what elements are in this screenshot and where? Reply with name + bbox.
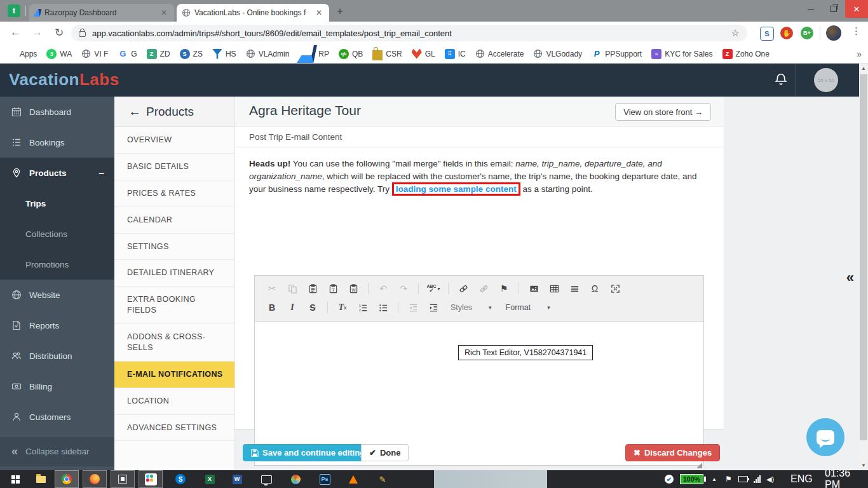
bookmark-vlgodady[interactable]: VLGodady xyxy=(533,49,582,58)
load-sample-content-link[interactable]: loading some sample content xyxy=(392,182,520,196)
done-button[interactable]: ✔Done xyxy=(361,444,409,461)
bookmark-vif[interactable]: VI F xyxy=(81,49,108,58)
file-explorer-button[interactable] xyxy=(31,470,51,488)
insert-image-icon[interactable] xyxy=(526,281,542,296)
taskbar-firefox-button[interactable] xyxy=(83,470,107,488)
bookmark-wa[interactable]: 3WA xyxy=(46,49,72,59)
tab-close-icon[interactable]: ✕ xyxy=(314,8,324,17)
bookmark-csr[interactable]: CSR xyxy=(372,48,402,60)
vacationlabs-logo[interactable]: VacationLabs xyxy=(9,70,119,90)
taskbar-chrome-button[interactable] xyxy=(55,470,79,488)
maximize-icon[interactable] xyxy=(607,281,623,296)
paste-icon[interactable] xyxy=(304,281,321,296)
bullet-list-icon[interactable] xyxy=(375,300,391,315)
view-on-storefront-button[interactable]: View on store front → xyxy=(615,103,711,121)
clock[interactable]: 01:36 PM xyxy=(825,470,868,488)
battery-percent-badge[interactable]: 100% xyxy=(680,470,706,488)
page-scrollbar[interactable]: ▲ ▼ xyxy=(859,64,868,470)
menu-item-location[interactable]: LOCATION xyxy=(114,388,234,415)
editor-resize-handle[interactable] xyxy=(696,463,702,468)
menu-item-settings[interactable]: SETTINGS xyxy=(114,234,234,261)
taskbar-excel-button[interactable]: X xyxy=(200,470,220,488)
horizontal-rule-icon[interactable] xyxy=(566,281,583,296)
bookmark-gl[interactable]: GL xyxy=(412,49,435,59)
taskbar-slack-button[interactable] xyxy=(139,470,163,488)
menu-item-basic-details[interactable]: BASIC DETAILS xyxy=(114,154,234,180)
bookmark-kyc[interactable]: ≡KYC for Sales xyxy=(651,49,712,59)
collapse-sidebar-button[interactable]: « Collapse sidebar xyxy=(0,436,114,466)
rich-text-editor[interactable]: ✂ T W ↶ ↷ ABC✓▾ ⚑ xyxy=(254,275,704,466)
sidebar-item-bookings[interactable]: Bookings xyxy=(0,127,114,158)
scrollbar-thumb[interactable] xyxy=(860,74,867,440)
insert-table-icon[interactable] xyxy=(546,281,562,296)
taskbar-skype-button[interactable]: S xyxy=(170,470,191,488)
copy-icon[interactable] xyxy=(284,281,301,296)
taskbar-paint-button[interactable] xyxy=(285,470,306,488)
sidebar-item-promotions[interactable]: Promotions xyxy=(0,249,114,280)
sidebar-item-collections[interactable]: Collections xyxy=(0,219,114,249)
bookmark-vladmin[interactable]: VLAdmin xyxy=(246,49,290,58)
chat-launcher-button[interactable] xyxy=(806,418,844,456)
sidebar-item-customers[interactable]: Customers xyxy=(0,402,114,432)
products-menu-header[interactable]: ← Products xyxy=(114,97,234,127)
extension-adblock-icon[interactable]: ✋ xyxy=(780,27,793,39)
spellcheck-icon[interactable]: ABC✓▾ xyxy=(425,281,442,296)
collapse-panel-chevrons-icon[interactable]: « xyxy=(846,269,854,286)
italic-icon[interactable]: I xyxy=(284,300,301,315)
bookmark-zs[interactable]: SZS xyxy=(180,49,203,59)
tray-expand-icon[interactable]: ▲ xyxy=(712,470,717,488)
menu-item-email-notifications[interactable]: E-MAIL NOTIFICATIONS xyxy=(114,362,234,388)
forward-button[interactable]: → xyxy=(32,26,43,39)
extension-bplus-icon[interactable]: B+ xyxy=(801,27,813,39)
tab-vacationlabs[interactable]: VacationLabs - Online bookings f ✕ xyxy=(177,4,329,22)
taskbar-editor-button[interactable]: ✎ xyxy=(372,470,393,488)
speaker-icon[interactable]: ◀) xyxy=(766,470,774,488)
ordered-list-icon[interactable]: 12 xyxy=(355,300,371,315)
bookmark-hs[interactable]: HS xyxy=(212,49,236,59)
sidebar-item-dashboard[interactable]: Dashboard xyxy=(0,97,114,127)
bookmark-accelerate[interactable]: Accelerate xyxy=(475,49,524,58)
discard-changes-button[interactable]: ✖Discard Changes xyxy=(625,444,720,461)
tab-close-icon[interactable]: ✕ xyxy=(159,8,169,17)
strikethrough-icon[interactable]: S xyxy=(304,300,321,315)
taskbar-vlc-button[interactable] xyxy=(343,470,363,488)
menu-item-prices-rates[interactable]: PRICES & RATES xyxy=(114,180,234,207)
window-restore-button[interactable] xyxy=(822,0,845,18)
sidebar-item-website[interactable]: Website xyxy=(0,280,114,310)
bookmark-apps[interactable]: Apps xyxy=(6,49,37,59)
bold-icon[interactable]: B xyxy=(264,300,280,315)
browser-menu-icon[interactable]: ⋮ xyxy=(851,25,861,37)
window-close-button[interactable]: ✕ xyxy=(845,0,868,18)
sidebar-item-products[interactable]: Products − xyxy=(0,158,114,188)
start-button[interactable] xyxy=(5,470,25,488)
collapse-minus-icon[interactable]: − xyxy=(98,168,104,179)
battery-icon[interactable] xyxy=(738,470,748,488)
taskbar-photoshop-button[interactable]: Ps xyxy=(315,470,335,488)
redo-icon[interactable]: ↷ xyxy=(395,281,412,296)
pinned-tab[interactable]: t xyxy=(8,4,20,17)
menu-item-detailed-itinerary[interactable]: DETAILED ITINERARY xyxy=(114,260,234,287)
bookmark-google[interactable]: GG xyxy=(118,49,137,59)
taskbar-word-button[interactable]: W xyxy=(227,470,247,488)
link-icon[interactable] xyxy=(455,281,471,296)
power-plug-icon[interactable]: ✔ xyxy=(665,470,674,488)
special-character-icon[interactable]: Ω xyxy=(587,281,603,296)
sidebar-item-reports[interactable]: Reports xyxy=(0,310,114,341)
format-dropdown[interactable]: Format▾ xyxy=(501,303,555,312)
decrease-indent-icon[interactable] xyxy=(405,300,421,315)
taskbar-monitor-button[interactable] xyxy=(256,470,276,488)
extension-similarweb-icon[interactable]: S xyxy=(760,27,774,41)
bookmark-zd[interactable]: ZZD xyxy=(147,49,170,59)
undo-icon[interactable]: ↶ xyxy=(375,281,391,296)
back-button[interactable]: ← xyxy=(10,26,21,39)
bookmark-zoho-one[interactable]: ZZoho One xyxy=(722,49,770,59)
user-avatar[interactable]: 50 x 50 xyxy=(814,68,838,92)
bookmarks-overflow-icon[interactable]: » xyxy=(857,49,862,59)
bookmark-star-icon[interactable]: ☆ xyxy=(731,27,740,39)
reload-button[interactable]: ↻ xyxy=(55,26,64,39)
unlink-icon[interactable] xyxy=(475,281,492,296)
browser-profile-avatar[interactable] xyxy=(826,25,841,41)
language-indicator[interactable]: ENG xyxy=(790,470,813,488)
cut-icon[interactable]: ✂ xyxy=(264,281,280,296)
sidebar-item-billing[interactable]: Billing xyxy=(0,371,114,402)
